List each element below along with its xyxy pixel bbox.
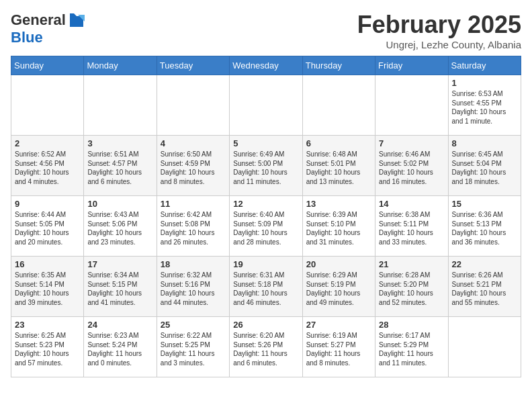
- weekday-header-thursday: Thursday: [302, 56, 375, 75]
- day-info: Sunrise: 6:29 AM Sunset: 5:19 PM Dayligh…: [306, 271, 371, 307]
- day-info: Sunrise: 6:32 AM Sunset: 5:16 PM Dayligh…: [161, 271, 226, 307]
- day-number: 5: [233, 138, 298, 148]
- weekday-header-monday: Monday: [84, 56, 157, 75]
- calendar-cell: 18Sunrise: 6:32 AM Sunset: 5:16 PM Dayli…: [157, 257, 229, 317]
- day-number: 7: [379, 138, 444, 148]
- location-title: Ungrej, Lezhe County, Albania: [357, 39, 521, 50]
- day-number: 15: [452, 199, 517, 209]
- day-info: Sunrise: 6:53 AM Sunset: 4:55 PM Dayligh…: [452, 89, 517, 126]
- calendar-week-row: 1Sunrise: 6:53 AM Sunset: 4:55 PM Daylig…: [11, 75, 521, 136]
- calendar-cell: [84, 75, 157, 136]
- day-info: Sunrise: 6:42 AM Sunset: 5:08 PM Dayligh…: [161, 210, 226, 246]
- day-info: Sunrise: 6:46 AM Sunset: 5:02 PM Dayligh…: [379, 150, 444, 186]
- calendar-cell: 1Sunrise: 6:53 AM Sunset: 4:55 PM Daylig…: [448, 75, 521, 136]
- day-info: Sunrise: 6:50 AM Sunset: 4:59 PM Dayligh…: [161, 150, 226, 186]
- day-number: 25: [161, 320, 226, 330]
- day-info: Sunrise: 6:52 AM Sunset: 4:56 PM Dayligh…: [15, 150, 80, 186]
- calendar-cell: 14Sunrise: 6:38 AM Sunset: 5:11 PM Dayli…: [375, 196, 448, 257]
- day-number: 8: [452, 138, 517, 148]
- day-info: Sunrise: 6:40 AM Sunset: 5:09 PM Dayligh…: [233, 210, 298, 246]
- day-info: Sunrise: 6:25 AM Sunset: 5:23 PM Dayligh…: [15, 331, 80, 367]
- day-info: Sunrise: 6:51 AM Sunset: 4:57 PM Dayligh…: [87, 150, 152, 186]
- calendar-week-row: 23Sunrise: 6:25 AM Sunset: 5:23 PM Dayli…: [11, 317, 521, 377]
- weekday-header-tuesday: Tuesday: [157, 56, 229, 75]
- calendar-cell: [11, 75, 84, 136]
- day-info: Sunrise: 6:36 AM Sunset: 5:13 PM Dayligh…: [452, 210, 517, 246]
- calendar-cell: 17Sunrise: 6:34 AM Sunset: 5:15 PM Dayli…: [84, 257, 157, 317]
- day-number: 27: [306, 320, 371, 330]
- calendar-cell: 13Sunrise: 6:39 AM Sunset: 5:10 PM Dayli…: [302, 196, 375, 257]
- day-number: 11: [161, 199, 226, 209]
- day-number: 3: [87, 138, 152, 148]
- day-number: 21: [379, 259, 444, 269]
- calendar-cell: 3Sunrise: 6:51 AM Sunset: 4:57 PM Daylig…: [84, 136, 157, 196]
- weekday-header-row: SundayMondayTuesdayWednesdayThursdayFrid…: [11, 56, 521, 75]
- calendar-cell: [448, 317, 521, 377]
- day-number: 17: [87, 259, 152, 269]
- day-number: 24: [87, 320, 152, 330]
- calendar-cell: 8Sunrise: 6:45 AM Sunset: 5:04 PM Daylig…: [448, 136, 521, 196]
- day-number: 23: [15, 320, 80, 330]
- calendar-cell: [230, 75, 302, 136]
- day-number: 12: [233, 199, 298, 209]
- day-number: 9: [15, 199, 80, 209]
- calendar-cell: 25Sunrise: 6:22 AM Sunset: 5:25 PM Dayli…: [157, 317, 229, 377]
- day-info: Sunrise: 6:38 AM Sunset: 5:11 PM Dayligh…: [379, 210, 444, 246]
- page-header: General Blue February 2025 Ungrej, Lezhe…: [11, 11, 521, 50]
- calendar-cell: 19Sunrise: 6:31 AM Sunset: 5:18 PM Dayli…: [230, 257, 302, 317]
- day-number: 18: [161, 259, 226, 269]
- calendar-cell: 15Sunrise: 6:36 AM Sunset: 5:13 PM Dayli…: [448, 196, 521, 257]
- calendar-cell: 7Sunrise: 6:46 AM Sunset: 5:02 PM Daylig…: [375, 136, 448, 196]
- day-number: 6: [306, 138, 371, 148]
- weekday-header-wednesday: Wednesday: [230, 56, 302, 75]
- calendar-cell: 22Sunrise: 6:26 AM Sunset: 5:21 PM Dayli…: [448, 257, 521, 317]
- logo: General Blue: [11, 11, 86, 46]
- calendar-cell: [375, 75, 448, 136]
- day-info: Sunrise: 6:23 AM Sunset: 5:24 PM Dayligh…: [87, 331, 152, 367]
- day-info: Sunrise: 6:28 AM Sunset: 5:20 PM Dayligh…: [379, 271, 444, 307]
- day-info: Sunrise: 6:34 AM Sunset: 5:15 PM Dayligh…: [87, 271, 152, 307]
- day-number: 20: [306, 259, 371, 269]
- day-info: Sunrise: 6:26 AM Sunset: 5:21 PM Dayligh…: [452, 271, 517, 307]
- calendar-cell: 27Sunrise: 6:19 AM Sunset: 5:27 PM Dayli…: [302, 317, 375, 377]
- day-number: 1: [452, 78, 517, 88]
- day-info: Sunrise: 6:48 AM Sunset: 5:01 PM Dayligh…: [306, 150, 371, 186]
- day-number: 26: [233, 320, 298, 330]
- calendar-cell: 16Sunrise: 6:35 AM Sunset: 5:14 PM Dayli…: [11, 257, 84, 317]
- calendar-cell: 2Sunrise: 6:52 AM Sunset: 4:56 PM Daylig…: [11, 136, 84, 196]
- calendar-cell: 12Sunrise: 6:40 AM Sunset: 5:09 PM Dayli…: [230, 196, 302, 257]
- day-info: Sunrise: 6:19 AM Sunset: 5:27 PM Dayligh…: [306, 331, 371, 367]
- day-number: 10: [87, 199, 152, 209]
- calendar-week-row: 2Sunrise: 6:52 AM Sunset: 4:56 PM Daylig…: [11, 136, 521, 196]
- month-title: February 2025: [357, 11, 521, 39]
- calendar-cell: 24Sunrise: 6:23 AM Sunset: 5:24 PM Dayli…: [84, 317, 157, 377]
- day-info: Sunrise: 6:20 AM Sunset: 5:26 PM Dayligh…: [233, 331, 298, 367]
- calendar-week-row: 9Sunrise: 6:44 AM Sunset: 5:05 PM Daylig…: [11, 196, 521, 257]
- calendar-cell: 4Sunrise: 6:50 AM Sunset: 4:59 PM Daylig…: [157, 136, 229, 196]
- day-info: Sunrise: 6:31 AM Sunset: 5:18 PM Dayligh…: [233, 271, 298, 307]
- calendar-cell: 11Sunrise: 6:42 AM Sunset: 5:08 PM Dayli…: [157, 196, 229, 257]
- weekday-header-sunday: Sunday: [11, 56, 84, 75]
- day-number: 22: [452, 259, 517, 269]
- calendar-cell: 20Sunrise: 6:29 AM Sunset: 5:19 PM Dayli…: [302, 257, 375, 317]
- day-number: 2: [15, 138, 80, 148]
- calendar-cell: 5Sunrise: 6:49 AM Sunset: 5:00 PM Daylig…: [230, 136, 302, 196]
- day-number: 28: [379, 320, 444, 330]
- day-info: Sunrise: 6:49 AM Sunset: 5:00 PM Dayligh…: [233, 150, 298, 186]
- logo-blue-text: Blue: [11, 30, 86, 46]
- calendar-cell: 21Sunrise: 6:28 AM Sunset: 5:20 PM Dayli…: [375, 257, 448, 317]
- day-info: Sunrise: 6:43 AM Sunset: 5:06 PM Dayligh…: [87, 210, 152, 246]
- day-info: Sunrise: 6:17 AM Sunset: 5:29 PM Dayligh…: [379, 331, 444, 367]
- day-number: 4: [161, 138, 226, 148]
- day-number: 13: [306, 199, 371, 209]
- calendar-cell: 10Sunrise: 6:43 AM Sunset: 5:06 PM Dayli…: [84, 196, 157, 257]
- logo-general-text: General: [11, 12, 66, 28]
- day-info: Sunrise: 6:39 AM Sunset: 5:10 PM Dayligh…: [306, 210, 371, 246]
- calendar-cell: 23Sunrise: 6:25 AM Sunset: 5:23 PM Dayli…: [11, 317, 84, 377]
- day-info: Sunrise: 6:35 AM Sunset: 5:14 PM Dayligh…: [15, 271, 80, 307]
- calendar-cell: 26Sunrise: 6:20 AM Sunset: 5:26 PM Dayli…: [230, 317, 302, 377]
- calendar-cell: 6Sunrise: 6:48 AM Sunset: 5:01 PM Daylig…: [302, 136, 375, 196]
- calendar-cell: 28Sunrise: 6:17 AM Sunset: 5:29 PM Dayli…: [375, 317, 448, 377]
- weekday-header-saturday: Saturday: [448, 56, 521, 75]
- day-info: Sunrise: 6:45 AM Sunset: 5:04 PM Dayligh…: [452, 150, 517, 186]
